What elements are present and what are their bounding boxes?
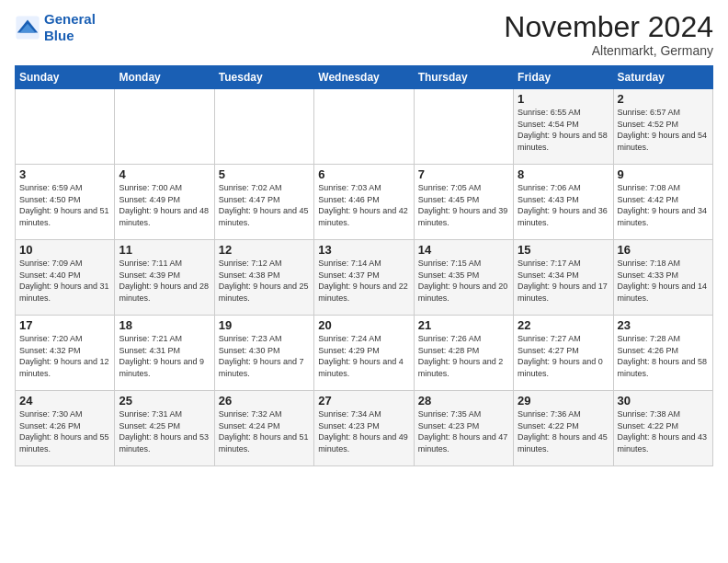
cell-w2-d2: 12Sunrise: 7:12 AM Sunset: 4:38 PM Dayli…: [214, 240, 313, 316]
day-number: 5: [219, 167, 310, 181]
day-number: 30: [618, 394, 709, 408]
day-number: 11: [119, 243, 210, 257]
cell-w3-d0: 17Sunrise: 7:20 AM Sunset: 4:32 PM Dayli…: [16, 316, 115, 391]
day-number: 26: [219, 394, 310, 408]
day-number: 25: [119, 394, 210, 408]
cell-w3-d6: 23Sunrise: 7:28 AM Sunset: 4:26 PM Dayli…: [613, 316, 712, 391]
day-number: 7: [418, 167, 509, 181]
cell-info: Sunrise: 7:12 AM Sunset: 4:38 PM Dayligh…: [219, 258, 310, 304]
header-row: General Blue November 2024 Altenmarkt, G…: [15, 11, 713, 58]
logo-text: General Blue: [44, 11, 96, 44]
cell-info: Sunrise: 6:55 AM Sunset: 4:54 PM Dayligh…: [518, 107, 609, 153]
day-number: 1: [518, 92, 609, 106]
cell-info: Sunrise: 7:28 AM Sunset: 4:26 PM Dayligh…: [618, 333, 709, 379]
day-number: 16: [618, 243, 709, 257]
cell-w3-d5: 22Sunrise: 7:27 AM Sunset: 4:27 PM Dayli…: [514, 316, 613, 391]
cell-w2-d0: 10Sunrise: 7:09 AM Sunset: 4:40 PM Dayli…: [16, 240, 115, 316]
day-number: 22: [518, 318, 609, 332]
cell-info: Sunrise: 7:26 AM Sunset: 4:28 PM Dayligh…: [418, 333, 509, 379]
day-number: 28: [418, 394, 509, 408]
week-row-3: 17Sunrise: 7:20 AM Sunset: 4:32 PM Dayli…: [16, 316, 713, 391]
cell-w4-d6: 30Sunrise: 7:38 AM Sunset: 4:22 PM Dayli…: [613, 391, 712, 466]
cell-w0-d4: [414, 89, 513, 165]
day-number: 13: [318, 243, 409, 257]
cell-w0-d6: 2Sunrise: 6:57 AM Sunset: 4:52 PM Daylig…: [613, 89, 712, 165]
cell-w4-d1: 25Sunrise: 7:31 AM Sunset: 4:25 PM Dayli…: [115, 391, 214, 466]
cell-info: Sunrise: 7:31 AM Sunset: 4:25 PM Dayligh…: [119, 408, 210, 454]
cell-w3-d3: 20Sunrise: 7:24 AM Sunset: 4:29 PM Dayli…: [314, 316, 414, 391]
cell-info: Sunrise: 7:02 AM Sunset: 4:47 PM Dayligh…: [219, 182, 310, 228]
week-row-1: 3Sunrise: 6:59 AM Sunset: 4:50 PM Daylig…: [16, 165, 713, 240]
header-row-days: Sunday Monday Tuesday Wednesday Thursday…: [16, 66, 713, 89]
cell-info: Sunrise: 7:30 AM Sunset: 4:26 PM Dayligh…: [19, 408, 110, 454]
cell-w1-d3: 6Sunrise: 7:03 AM Sunset: 4:46 PM Daylig…: [314, 165, 414, 240]
day-number: 23: [618, 318, 709, 332]
cell-w3-d1: 18Sunrise: 7:21 AM Sunset: 4:31 PM Dayli…: [115, 316, 214, 391]
day-number: 27: [318, 394, 409, 408]
day-number: 12: [219, 243, 310, 257]
day-number: 14: [418, 243, 509, 257]
location: Altenmarkt, Germany: [504, 43, 713, 58]
day-number: 10: [19, 243, 110, 257]
cell-info: Sunrise: 7:14 AM Sunset: 4:37 PM Dayligh…: [318, 258, 409, 304]
cell-info: Sunrise: 7:03 AM Sunset: 4:46 PM Dayligh…: [318, 182, 409, 228]
day-number: 15: [518, 243, 609, 257]
week-row-2: 10Sunrise: 7:09 AM Sunset: 4:40 PM Dayli…: [16, 240, 713, 316]
logo-line2: Blue: [44, 28, 74, 43]
day-number: 8: [518, 167, 609, 181]
logo-icon: [15, 15, 40, 40]
day-number: 2: [618, 92, 709, 106]
cell-info: Sunrise: 7:35 AM Sunset: 4:23 PM Dayligh…: [418, 408, 509, 454]
day-number: 6: [318, 167, 409, 181]
logo: General Blue: [15, 11, 96, 44]
cell-info: Sunrise: 7:17 AM Sunset: 4:34 PM Dayligh…: [518, 258, 609, 304]
cell-w4-d4: 28Sunrise: 7:35 AM Sunset: 4:23 PM Dayli…: [414, 391, 513, 466]
week-row-0: 1Sunrise: 6:55 AM Sunset: 4:54 PM Daylig…: [16, 89, 713, 165]
cell-info: Sunrise: 7:36 AM Sunset: 4:22 PM Dayligh…: [518, 408, 609, 454]
cell-info: Sunrise: 7:32 AM Sunset: 4:24 PM Dayligh…: [219, 408, 310, 454]
cell-info: Sunrise: 7:34 AM Sunset: 4:23 PM Dayligh…: [318, 408, 409, 454]
cell-w1-d4: 7Sunrise: 7:05 AM Sunset: 4:45 PM Daylig…: [414, 165, 513, 240]
cell-w1-d1: 4Sunrise: 7:00 AM Sunset: 4:49 PM Daylig…: [115, 165, 214, 240]
cell-w0-d1: [115, 89, 214, 165]
day-number: 3: [19, 167, 110, 181]
cell-info: Sunrise: 7:08 AM Sunset: 4:42 PM Dayligh…: [618, 182, 709, 228]
calendar-body: 1Sunrise: 6:55 AM Sunset: 4:54 PM Daylig…: [16, 89, 713, 466]
week-row-4: 24Sunrise: 7:30 AM Sunset: 4:26 PM Dayli…: [16, 391, 713, 466]
cell-info: Sunrise: 7:11 AM Sunset: 4:39 PM Dayligh…: [119, 258, 210, 304]
cell-info: Sunrise: 7:23 AM Sunset: 4:30 PM Dayligh…: [219, 333, 310, 379]
day-number: 17: [19, 318, 110, 332]
day-number: 4: [119, 167, 210, 181]
cell-w2-d1: 11Sunrise: 7:11 AM Sunset: 4:39 PM Dayli…: [115, 240, 214, 316]
cell-info: Sunrise: 7:27 AM Sunset: 4:27 PM Dayligh…: [518, 333, 609, 379]
calendar-table: Sunday Monday Tuesday Wednesday Thursday…: [15, 65, 713, 466]
day-number: 24: [19, 394, 110, 408]
cell-w4-d5: 29Sunrise: 7:36 AM Sunset: 4:22 PM Dayli…: [514, 391, 613, 466]
cell-w1-d5: 8Sunrise: 7:06 AM Sunset: 4:43 PM Daylig…: [514, 165, 613, 240]
cell-w0-d5: 1Sunrise: 6:55 AM Sunset: 4:54 PM Daylig…: [514, 89, 613, 165]
day-number: 19: [219, 318, 310, 332]
title-block: November 2024 Altenmarkt, Germany: [504, 11, 713, 58]
month-title: November 2024: [504, 11, 713, 43]
cell-info: Sunrise: 7:05 AM Sunset: 4:45 PM Dayligh…: [418, 182, 509, 228]
header-friday: Friday: [514, 66, 613, 89]
cell-info: Sunrise: 7:21 AM Sunset: 4:31 PM Dayligh…: [119, 333, 210, 379]
cell-w0-d3: [314, 89, 414, 165]
day-number: 18: [119, 318, 210, 332]
header-saturday: Saturday: [613, 66, 712, 89]
header-wednesday: Wednesday: [314, 66, 414, 89]
cell-info: Sunrise: 7:20 AM Sunset: 4:32 PM Dayligh…: [19, 333, 110, 379]
cell-info: Sunrise: 7:00 AM Sunset: 4:49 PM Dayligh…: [119, 182, 210, 228]
cell-w1-d2: 5Sunrise: 7:02 AM Sunset: 4:47 PM Daylig…: [214, 165, 313, 240]
header-tuesday: Tuesday: [214, 66, 313, 89]
cell-info: Sunrise: 7:18 AM Sunset: 4:33 PM Dayligh…: [618, 258, 709, 304]
logo-line1: General: [44, 11, 96, 27]
day-number: 20: [318, 318, 409, 332]
cell-info: Sunrise: 7:15 AM Sunset: 4:35 PM Dayligh…: [418, 258, 509, 304]
cell-w4-d3: 27Sunrise: 7:34 AM Sunset: 4:23 PM Dayli…: [314, 391, 414, 466]
cell-info: Sunrise: 6:57 AM Sunset: 4:52 PM Dayligh…: [618, 107, 709, 153]
calendar-header: Sunday Monday Tuesday Wednesday Thursday…: [16, 66, 713, 89]
cell-info: Sunrise: 7:09 AM Sunset: 4:40 PM Dayligh…: [19, 258, 110, 304]
cell-w2-d4: 14Sunrise: 7:15 AM Sunset: 4:35 PM Dayli…: [414, 240, 513, 316]
day-number: 21: [418, 318, 509, 332]
